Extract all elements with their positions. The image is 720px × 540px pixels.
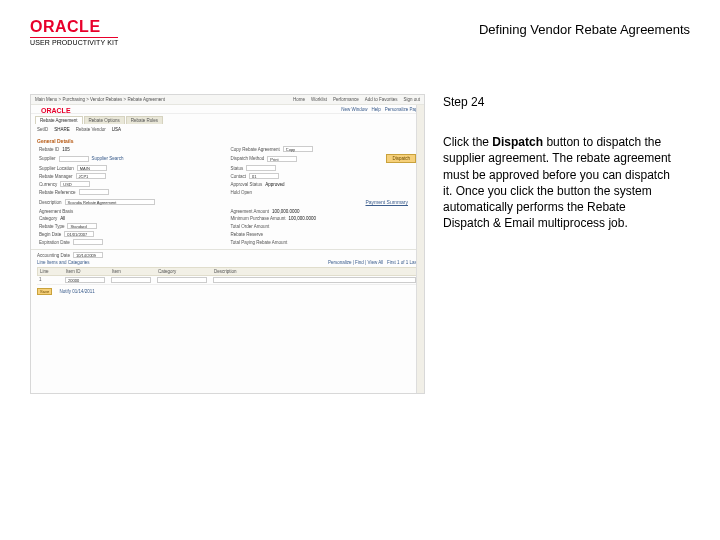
- lbl-cat: Category: [39, 216, 57, 221]
- nav-worklist[interactable]: Worklist: [311, 97, 327, 102]
- val-dispatch-method[interactable]: Print: [267, 156, 297, 162]
- lbl-currency: Currency: [39, 182, 57, 187]
- scrollbar[interactable]: [416, 105, 424, 393]
- input-ref[interactable]: [79, 189, 109, 195]
- val-cat: All: [60, 216, 65, 221]
- ss-topbar: Main Menu > Purchasing > Vendor Rebates …: [31, 95, 424, 105]
- lbl-location: Supplier Location: [39, 166, 74, 171]
- col-desc: Description: [214, 269, 237, 274]
- val-minpur: 100,000.0000: [289, 216, 317, 221]
- link-payment-summary[interactable]: Payment Summary: [357, 197, 416, 207]
- lbl-acct: Accounting Date: [37, 253, 70, 258]
- tab-rebate-agreement[interactable]: Rebate Agreement: [35, 116, 83, 124]
- instruction-panel: Step 24 Click the Dispatch button to dis…: [443, 94, 673, 394]
- val-contact[interactable]: 01: [249, 173, 279, 179]
- instruction-pre: Click the: [443, 135, 492, 149]
- col-line: Line: [40, 269, 60, 274]
- val-appstatus: Approved: [265, 182, 284, 187]
- lbl-rebmgr: Rebate Manager: [39, 174, 73, 179]
- grid-pager[interactable]: First 1 of 1 Last: [387, 260, 418, 265]
- lbl-holdopen: Hold Open: [231, 190, 253, 195]
- lbl-ref: Rebate Reference: [39, 190, 76, 195]
- lbl-dispatch-method: Dispatch Method: [231, 156, 265, 161]
- lbl-rtype: Rebate Type: [39, 224, 64, 229]
- instruction-bold: Dispatch: [492, 135, 543, 149]
- ss-breadcrumb: Main Menu > Purchasing > Vendor Rebates …: [35, 97, 165, 102]
- save-button[interactable]: Save: [37, 288, 52, 295]
- val-location[interactable]: MAIN: [77, 165, 107, 171]
- cell-category[interactable]: [157, 277, 207, 283]
- nav-signout[interactable]: Sign out: [403, 97, 420, 102]
- lbl-rebateid: Rebate ID: [39, 147, 59, 152]
- cell-item[interactable]: [111, 277, 151, 283]
- col-itemid: Item ID: [66, 269, 106, 274]
- dispatch-button[interactable]: Dispatch: [386, 154, 416, 163]
- notify-date: Notify 01/14/2011: [59, 289, 94, 294]
- lbl-basis: Agreement Basis: [39, 209, 73, 214]
- lbl-agramt: Agreement Amount: [231, 209, 270, 214]
- product-name: USER PRODUCTIVITY KIT: [30, 37, 118, 46]
- val-rebmgr[interactable]: JCP1: [76, 173, 106, 179]
- grid-header: Line Item ID Item Category Description: [37, 267, 418, 276]
- lbl-totord: Total Order Amount: [231, 224, 270, 229]
- lbl-exp: Expiration Date: [39, 240, 70, 245]
- lbl-minpur: Minimum Purchase Amount: [231, 216, 286, 221]
- cell-desc[interactable]: [213, 277, 416, 283]
- col-category: Category: [158, 269, 208, 274]
- val-vendor: USA: [112, 127, 121, 132]
- input-exp[interactable]: [73, 239, 103, 245]
- val-rtype[interactable]: Standard: [67, 223, 97, 229]
- ss-lower: Accounting Date10/14/2009 Line Items and…: [31, 249, 424, 296]
- val-setid: SHARE: [54, 127, 70, 132]
- page-title: Defining Vendor Rebate Agreements: [479, 22, 690, 37]
- val-desc[interactable]: Scandia Rebate Agreement: [65, 199, 155, 205]
- lbl-setid: SetID: [37, 127, 48, 132]
- step-label: Step 24: [443, 94, 673, 110]
- lbl-begin: Begin Date: [39, 232, 61, 237]
- page-header: ORACLE USER PRODUCTIVITY KIT Defining Ve…: [0, 0, 720, 54]
- lbl-desc: Description: [39, 200, 62, 205]
- link-help[interactable]: Help: [371, 107, 380, 112]
- input-supplier[interactable]: [59, 156, 89, 162]
- val-copy[interactable]: Copy: [283, 146, 313, 152]
- col-item: Item: [112, 269, 152, 274]
- cell-line: 1: [39, 277, 59, 283]
- lbl-vendor: Rebate Vendor: [76, 127, 106, 132]
- grid-title: Line Items and Categories Personalize | …: [37, 258, 418, 267]
- content-row: Main Menu > Purchasing > Vendor Rebates …: [0, 54, 720, 394]
- grid-row[interactable]: 1 20000: [37, 276, 418, 285]
- brand-block: ORACLE USER PRODUCTIVITY KIT: [30, 18, 118, 46]
- ss-form: Rebate ID105 Copy Rebate AgreementCopy S…: [31, 144, 424, 249]
- lbl-contact: Contact: [231, 174, 247, 179]
- link-supplier-search[interactable]: Supplier Search: [92, 156, 124, 161]
- lbl-status: Status: [231, 166, 244, 171]
- embedded-screenshot: Main Menu > Purchasing > Vendor Rebates …: [30, 94, 425, 394]
- lbl-reserve: Rebate Reserve: [231, 232, 264, 237]
- val-currency[interactable]: USD: [60, 181, 90, 187]
- val-rebateid: 105: [62, 147, 70, 152]
- section-general-details: General Details: [31, 135, 424, 144]
- tab-rebate-rules[interactable]: Rebate Rules: [126, 116, 163, 124]
- ss-oracle-logo: ORACLE: [35, 104, 77, 115]
- lbl-totrec: Total Paying Rebate Amount: [231, 240, 288, 245]
- link-personalize[interactable]: Personalize Page: [385, 107, 420, 112]
- val-agramt: 100,000.0000: [272, 209, 300, 214]
- nav-addfav[interactable]: Add to Favorites: [365, 97, 398, 102]
- nav-home[interactable]: Home: [293, 97, 305, 102]
- tab-rebate-options[interactable]: Rebate Options: [84, 116, 125, 124]
- nav-performance[interactable]: Performance: [333, 97, 359, 102]
- input-status[interactable]: [246, 165, 276, 171]
- link-newwindow[interactable]: New Window: [341, 107, 367, 112]
- cell-itemid[interactable]: 20000: [65, 277, 105, 283]
- val-begin[interactable]: 01/01/2007: [64, 231, 94, 237]
- instruction-text: Click the Dispatch button to dispatch th…: [443, 134, 673, 231]
- ss-header-fields: SetID SHARE Rebate Vendor USA: [31, 124, 424, 135]
- lbl-supplier: Supplier: [39, 156, 56, 161]
- lbl-copy: Copy Rebate Agreement: [231, 147, 280, 152]
- instruction-post: button to dispatch the supplier agreemen…: [443, 135, 671, 230]
- oracle-logo: ORACLE: [30, 18, 118, 36]
- ss-oracle-row: ORACLE New Window Help Personalize Page: [31, 105, 424, 114]
- val-acct[interactable]: 10/14/2009: [73, 252, 103, 258]
- grid-findview[interactable]: Personalize | Find | View All: [328, 260, 383, 265]
- lbl-appstatus: Approval Status: [231, 182, 263, 187]
